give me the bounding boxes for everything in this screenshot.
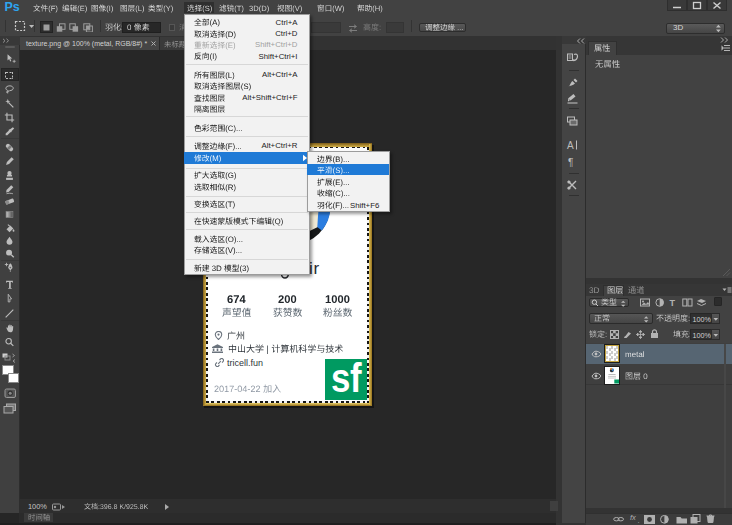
svg-text:A: A <box>567 140 574 151</box>
svg-text:T: T <box>669 298 675 307</box>
svg-text:¶: ¶ <box>568 157 573 168</box>
